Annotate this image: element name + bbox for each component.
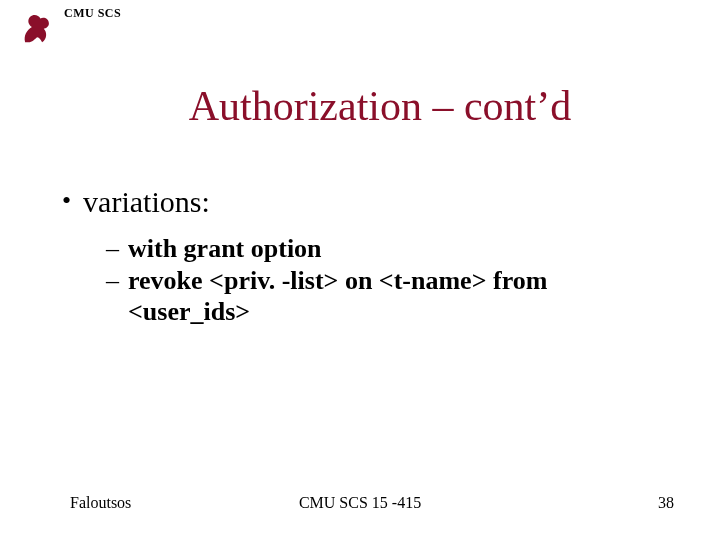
footer-page-number: 38 xyxy=(658,494,674,512)
sub-bullet-text: with grant option xyxy=(128,233,322,265)
org-label: CMU SCS xyxy=(64,6,121,21)
slide-footer: Faloutsos CMU SCS 15 -415 38 xyxy=(0,494,720,512)
sub-bullet-list: – with grant option – revoke <priv. -lis… xyxy=(106,233,680,328)
bullet-item: • variations: xyxy=(62,185,680,219)
footer-author: Faloutsos xyxy=(70,494,131,512)
sub-bullet-text: revoke <priv. -list> on <t-name> from xyxy=(128,265,547,297)
slide-body: • variations: – with grant option – revo… xyxy=(62,185,680,328)
cmu-griffin-logo-icon xyxy=(20,8,54,46)
dash-marker-icon: – xyxy=(106,265,120,297)
sub-bullet-item: – with grant option xyxy=(106,233,680,265)
slide-title: Authorization – cont’d xyxy=(0,82,720,130)
bullet-marker-icon: • xyxy=(62,185,71,217)
dash-marker-icon: – xyxy=(106,233,120,265)
bullet-text: variations: xyxy=(83,185,210,219)
sub-bullet-item: – revoke <priv. -list> on <t-name> from xyxy=(106,265,680,297)
sub-bullet-continuation: <user_ids> xyxy=(128,296,680,328)
slide-header: CMU SCS xyxy=(20,8,121,46)
footer-course: CMU SCS 15 -415 xyxy=(299,494,421,512)
